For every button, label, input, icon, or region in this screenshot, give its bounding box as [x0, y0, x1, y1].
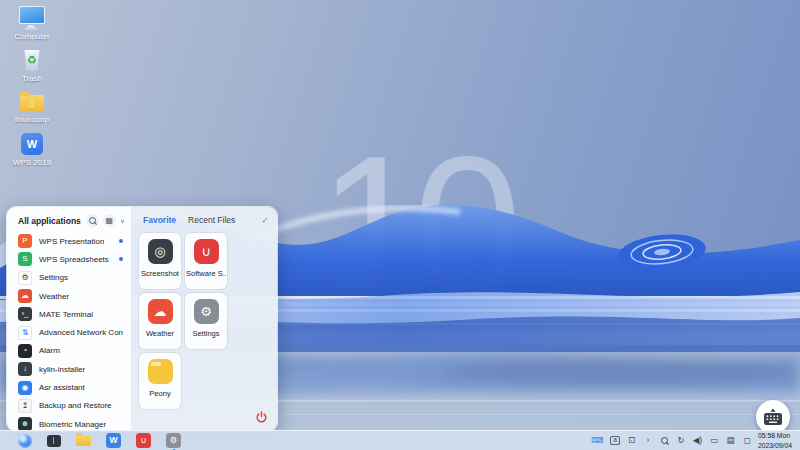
terminal-icon: ›_	[18, 307, 32, 321]
start-menu-panel: All applications ▦ ∨ PWPS PresentationSW…	[6, 206, 278, 432]
clock-time: 05:58 Mon	[758, 431, 790, 440]
tile-label: Peony	[149, 389, 170, 398]
taskbar-settings-gear-icon[interactable]: ⚙	[166, 433, 181, 448]
app-label: WPS Spreadsheets	[39, 255, 109, 264]
taskbar-clock[interactable]: 05:58 Mon 2023/09/04	[758, 431, 792, 449]
file-manager-icon-glyph	[76, 435, 91, 446]
app-list-item-biometric-manager[interactable]: ☻Biometric Manager	[7, 415, 131, 431]
tile-label: Screenshot	[141, 269, 179, 278]
favorite-tile-peony[interactable]: Peony	[139, 353, 181, 409]
taskbar-task-view-icon[interactable]	[47, 435, 61, 447]
desktop-icon-linuxcoop[interactable]: ⌂linuxcoop	[2, 92, 62, 124]
app-label: WPS Presentation	[39, 237, 104, 246]
app-label: Biometric Manager	[39, 420, 106, 429]
new-app-dot	[119, 239, 123, 243]
virtual-keyboard-button[interactable]	[756, 400, 790, 434]
taskbar-start-menu-button[interactable]	[18, 434, 32, 448]
network-config-icon: ⇅	[18, 326, 32, 340]
settings-gear-icon: ⚙	[18, 271, 32, 285]
start-menu-button-glyph	[18, 434, 32, 448]
taskbar-app-store-icon[interactable]: ∪	[136, 433, 151, 448]
favorite-tile-screenshot[interactable]: ◎Screenshot	[139, 233, 181, 289]
start-menu-header: All applications ▦ ∨	[7, 207, 131, 230]
app-list-item-alarm[interactable]: ◔Alarm	[7, 342, 131, 360]
desktop-icon-label: Computer	[14, 32, 49, 41]
biometric-icon: ☻	[18, 417, 32, 431]
tile-label: Settings	[192, 329, 219, 338]
app-label: Asr assistant	[39, 383, 85, 392]
search-icon[interactable]	[659, 435, 669, 447]
desktop-icon-label: linuxcoop	[15, 115, 49, 124]
weather-icon: ☁	[148, 299, 173, 324]
settings-gear-icon: ⚙	[194, 299, 219, 324]
start-menu-favorites-column: Favorite Recent Files ↕ ◎Screenshot∪Soft…	[131, 207, 277, 431]
app-list-item-settings[interactable]: ⚙Settings	[7, 269, 131, 287]
software-store-icon: ∪	[194, 239, 219, 264]
expand-tray-icon[interactable]: ›	[643, 435, 653, 447]
tab-favorite[interactable]: Favorite	[143, 215, 176, 225]
security-icon[interactable]: a	[610, 436, 620, 445]
favorite-tile-software-s[interactable]: ∪Software S...	[185, 233, 227, 289]
app-label: Alarm	[39, 346, 60, 355]
app-label: Advanced Network Configura...	[39, 328, 123, 337]
desktop-icon-label: Trash	[22, 74, 42, 83]
input-method-icon[interactable]: ⌨	[591, 435, 603, 447]
search-icon	[89, 217, 96, 224]
expand-menu-icon[interactable]: ↕	[260, 215, 270, 225]
tile-label: Weather	[146, 329, 174, 338]
settings-gear-icon-glyph: ⚙	[166, 433, 181, 448]
app-list-item-backup-and-restore[interactable]: ↥Backup and Restore	[7, 397, 131, 415]
keyboard-icon	[763, 408, 783, 426]
clock-date: 2023/09/04	[758, 441, 792, 450]
view-mode-button[interactable]: ▦	[103, 214, 116, 227]
trash-icon: ♻	[24, 50, 41, 71]
share-icon[interactable]: ↻	[676, 435, 686, 447]
volume-icon[interactable]: ◀)	[692, 435, 702, 447]
app-label: kylin-installer	[39, 365, 85, 374]
desktop-icon-wps-2019[interactable]: WWPS 2019	[2, 133, 62, 167]
app-list-item-advanced-network-configura[interactable]: ⇅Advanced Network Configura...	[7, 323, 131, 341]
power-icon	[255, 411, 268, 424]
desktop: 10	[0, 0, 800, 450]
desktop-icon-label: WPS 2019	[13, 158, 51, 167]
wps-presentation-icon: P	[18, 234, 32, 248]
app-list-item-wps-spreadsheets[interactable]: SWPS Spreadsheets	[7, 250, 131, 268]
backup-restore-icon: ↥	[18, 399, 32, 413]
app-list-item-mate-terminal[interactable]: ›_MATE Terminal	[7, 305, 131, 323]
app-list-item-wps-presentation[interactable]: PWPS Presentation	[7, 232, 131, 250]
app-list-item-kylin-installer[interactable]: ↓kylin-installer	[7, 360, 131, 378]
power-button[interactable]	[255, 411, 268, 424]
battery-icon[interactable]: ▤	[725, 435, 735, 447]
task-view-icon-glyph	[47, 435, 61, 447]
search-icon-glyph	[661, 437, 668, 444]
wps-office-icon: W	[21, 133, 43, 155]
desktop-icon-trash[interactable]: ♻Trash	[2, 50, 62, 83]
taskbar-launchers: W∪⚙	[18, 433, 181, 448]
favorite-tile-grid: ◎Screenshot∪Software S...☁Weather⚙Settin…	[131, 229, 277, 409]
tab-recent-files[interactable]: Recent Files	[188, 215, 235, 225]
desktop-icon-list: Computer♻Trash⌂linuxcoopWWPS 2019	[2, 6, 62, 167]
wps-spreadsheets-icon: S	[18, 252, 32, 266]
taskbar-wps-office-icon[interactable]: W	[106, 433, 121, 448]
peony-folder-icon	[148, 359, 173, 384]
alarm-clock-icon: ◔	[18, 344, 32, 358]
taskbar-file-manager-icon[interactable]	[76, 435, 91, 446]
computer-icon	[19, 6, 45, 24]
favorites-tabs: Favorite Recent Files ↕	[131, 207, 277, 229]
chevron-down-icon[interactable]: ∨	[120, 217, 125, 223]
app-store-icon-glyph: ∪	[136, 433, 151, 448]
favorite-tile-settings[interactable]: ⚙Settings	[185, 293, 227, 349]
clipboard-icon[interactable]: ⊡	[626, 435, 636, 447]
favorite-tile-weather[interactable]: ☁Weather	[139, 293, 181, 349]
weather-icon: ☁	[18, 289, 32, 303]
notification-icon[interactable]: ◻	[742, 435, 752, 447]
display-icon[interactable]: ▭	[709, 435, 719, 447]
search-button[interactable]	[86, 214, 99, 227]
start-menu-app-column: All applications ▦ ∨ PWPS PresentationSW…	[7, 207, 131, 431]
application-list: PWPS PresentationSWPS Spreadsheets⚙Setti…	[7, 230, 131, 431]
system-tray: ⌨a⊡›↻◀)▭▤◻	[591, 435, 752, 447]
desktop-icon-computer[interactable]: Computer	[2, 6, 62, 41]
app-list-item-weather[interactable]: ☁Weather	[7, 287, 131, 305]
taskbar: W∪⚙ ⌨a⊡›↻◀)▭▤◻ 05:58 Mon 2023/09/04	[0, 430, 800, 450]
app-list-item-asr-assistant[interactable]: ◉Asr assistant	[7, 378, 131, 396]
